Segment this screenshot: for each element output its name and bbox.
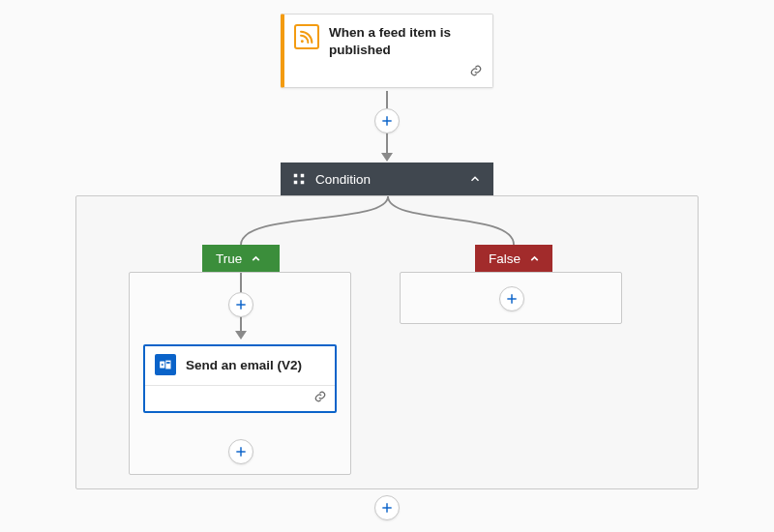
- condition-label: Condition: [315, 172, 371, 187]
- svg-rect-5: [294, 181, 298, 185]
- condition-body: True False Send an email (V2): [75, 195, 699, 489]
- add-step-button-false[interactable]: [499, 286, 524, 311]
- connection-link-icon: [469, 64, 483, 81]
- add-step-button-after-condition[interactable]: [374, 495, 400, 520]
- add-step-button[interactable]: [374, 108, 400, 133]
- chevron-up-icon: [468, 172, 482, 186]
- action-title: Send an email (V2): [186, 358, 302, 372]
- branch-box-false: [400, 272, 622, 324]
- condition-header[interactable]: Condition: [281, 163, 493, 195]
- svg-point-0: [301, 40, 304, 43]
- svg-rect-3: [294, 174, 298, 178]
- svg-point-12: [161, 364, 164, 367]
- flow-canvas: { "trigger": { "title": "When a feed ite…: [0, 0, 774, 532]
- branch-false-label: False: [489, 251, 521, 266]
- arrow-down-icon: [235, 331, 247, 340]
- connection-link-icon: [313, 390, 327, 407]
- branch-true-label: True: [216, 251, 242, 266]
- svg-rect-11: [166, 362, 170, 364]
- action-card-send-email[interactable]: Send an email (V2): [143, 344, 337, 413]
- add-step-button-true-after[interactable]: [228, 439, 253, 464]
- chevron-up-icon: [250, 252, 262, 265]
- branch-pill-true[interactable]: True: [202, 245, 280, 272]
- svg-rect-4: [301, 174, 305, 178]
- branch-box-true: Send an email (V2): [129, 272, 351, 475]
- svg-rect-6: [301, 181, 305, 185]
- svg-rect-10: [165, 360, 171, 369]
- branch-connectors: [76, 196, 700, 274]
- branch-pill-false[interactable]: False: [475, 245, 552, 272]
- rss-icon: [294, 24, 319, 49]
- trigger-card[interactable]: When a feed item is published: [281, 14, 493, 88]
- arrow-down-icon: [381, 153, 393, 162]
- trigger-title: When a feed item is published: [329, 24, 483, 58]
- add-step-button-true[interactable]: [228, 292, 253, 317]
- chevron-up-icon: [528, 252, 541, 265]
- connector-line: [386, 133, 388, 153]
- outlook-icon: [155, 354, 176, 375]
- condition-scope-icon: [292, 172, 306, 186]
- connector-line: [386, 91, 388, 108]
